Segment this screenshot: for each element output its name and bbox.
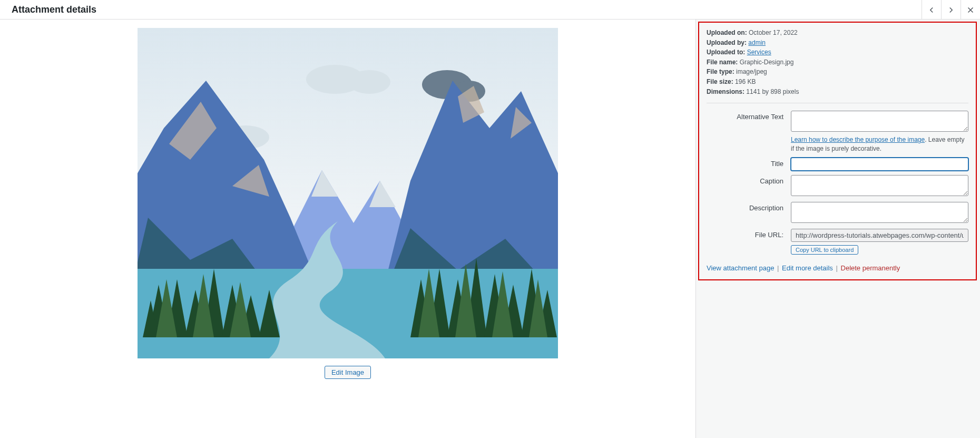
title-label: Title bbox=[707, 158, 791, 171]
title-input[interactable] bbox=[791, 158, 968, 171]
file-url-input[interactable] bbox=[791, 229, 968, 242]
caption-input[interactable] bbox=[791, 175, 968, 196]
view-attachment-page-link[interactable]: View attachment page bbox=[707, 264, 774, 272]
alt-text-learn-link[interactable]: Learn how to describe the purpose of the… bbox=[791, 136, 925, 143]
meta-label: Uploaded to: bbox=[707, 48, 745, 56]
attachment-image bbox=[138, 28, 558, 358]
uploaded-on-value: October 17, 2022 bbox=[749, 29, 798, 36]
modal-title: Attachment details bbox=[12, 4, 96, 15]
caption-label: Caption bbox=[707, 175, 791, 198]
file-type-value: image/jpeg bbox=[736, 68, 767, 75]
separator: | bbox=[835, 264, 839, 272]
delete-permanently-link[interactable]: Delete permanently bbox=[841, 264, 900, 272]
file-size-value: 196 KB bbox=[735, 78, 756, 85]
alt-text-hint: Learn how to describe the purpose of the… bbox=[791, 135, 968, 153]
alt-text-input[interactable] bbox=[791, 111, 968, 132]
attachment-meta: Uploaded on: October 17, 2022 Uploaded b… bbox=[707, 28, 968, 96]
modal-header: Attachment details bbox=[0, 0, 980, 20]
meta-label: File size: bbox=[707, 78, 733, 85]
dimensions-value: 1141 by 898 pixels bbox=[746, 88, 799, 95]
alt-text-label: Alternative Text bbox=[707, 111, 791, 153]
uploaded-to-link[interactable]: Services bbox=[747, 48, 771, 56]
meta-label: File name: bbox=[707, 59, 738, 66]
separator: | bbox=[776, 264, 780, 272]
details-highlight: Uploaded on: October 17, 2022 Uploaded b… bbox=[698, 22, 977, 280]
meta-label: Uploaded by: bbox=[707, 39, 747, 46]
modal-body: Edit Image Uploaded on: October 17, 2022… bbox=[0, 20, 980, 438]
description-input[interactable] bbox=[791, 202, 968, 223]
attachment-actions: View attachment page | Edit more details… bbox=[707, 264, 968, 272]
divider bbox=[707, 103, 968, 103]
uploaded-by-link[interactable]: admin bbox=[748, 39, 766, 46]
attachment-details-modal: Attachment details bbox=[0, 0, 980, 438]
edit-image-button[interactable]: Edit Image bbox=[325, 366, 371, 379]
close-icon bbox=[966, 5, 975, 15]
prev-button[interactable] bbox=[922, 0, 941, 20]
chevron-right-icon bbox=[946, 5, 956, 15]
chevron-left-icon bbox=[927, 5, 936, 15]
meta-label: File type: bbox=[707, 68, 734, 75]
edit-more-details-link[interactable]: Edit more details bbox=[782, 264, 833, 272]
details-sidebar: Uploaded on: October 17, 2022 Uploaded b… bbox=[696, 20, 980, 438]
media-column: Edit Image bbox=[0, 20, 696, 438]
file-name-value: Graphic-Design.jpg bbox=[740, 59, 794, 66]
close-button[interactable] bbox=[961, 0, 980, 20]
next-button[interactable] bbox=[941, 0, 961, 20]
file-url-label: File URL: bbox=[707, 229, 791, 255]
description-label: Description bbox=[707, 202, 791, 225]
copy-url-button[interactable]: Copy URL to clipboard bbox=[791, 245, 858, 255]
meta-label: Uploaded on: bbox=[707, 29, 747, 36]
header-controls bbox=[922, 0, 980, 19]
meta-label: Dimensions: bbox=[707, 88, 744, 95]
